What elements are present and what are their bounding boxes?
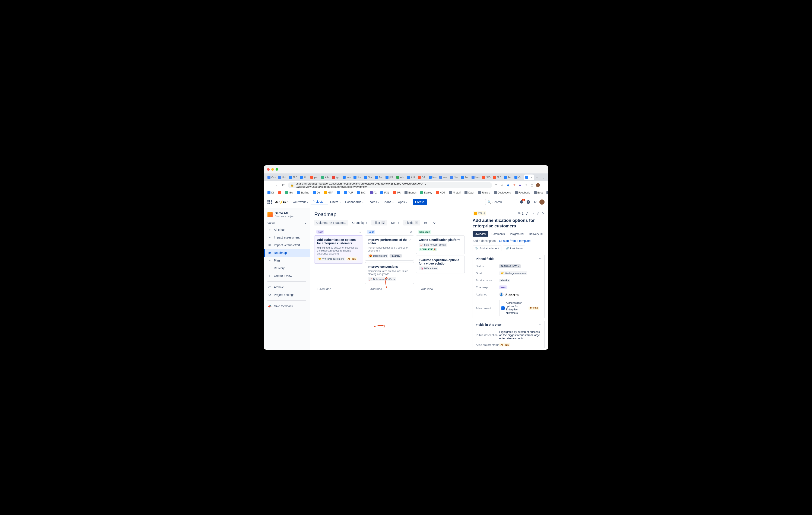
nav-item-filters[interactable]: Filters⌄ xyxy=(328,199,343,205)
browser-tab[interactable]: Jira xyxy=(459,175,469,180)
extensions-icon[interactable]: ✦ xyxy=(524,183,528,187)
bookmark[interactable]: Staffing xyxy=(295,190,310,195)
app-logo[interactable]: AC⚡DC xyxy=(275,200,287,204)
browser-tab[interactable]: Nev xyxy=(448,175,459,180)
bookmark[interactable]: P2 xyxy=(369,190,378,195)
expand-icon[interactable]: ⤢ xyxy=(409,238,411,241)
idea-card[interactable]: Add authentication options for enterpris… xyxy=(314,235,363,264)
field-roadmap[interactable]: Roadmap Now xyxy=(473,284,544,291)
project-settings-link[interactable]: ⚙ Project settings xyxy=(264,291,310,299)
bookmark[interactable]: Dir xyxy=(266,190,276,195)
fields-in-view-header[interactable]: Fields in this view ⌃ xyxy=(473,321,544,329)
refresh-icon[interactable]: ⟲ xyxy=(431,220,438,225)
atlas-project-box[interactable]: Authentication options for Enterprise cu… xyxy=(499,300,541,316)
search-input[interactable]: 🔍 Search xyxy=(485,199,517,205)
bookmark[interactable]: Beta xyxy=(532,190,544,195)
settings-icon[interactable]: ⚙ xyxy=(532,200,538,205)
sidebar-item-all-ideas[interactable]: ≡All Ideas xyxy=(264,226,310,234)
columns-selector[interactable]: Columns ⊙ Roadmap xyxy=(314,220,348,225)
bookmark[interactable]: Branch xyxy=(403,190,418,195)
browser-tab[interactable]: Nev xyxy=(470,175,480,180)
close-icon[interactable]: × xyxy=(531,176,532,179)
browser-tab[interactable]: JPD xyxy=(481,175,491,180)
sidebar-item-roadmap[interactable]: ▦Roadmap xyxy=(264,249,310,256)
bookmark[interactable]: PUF xyxy=(343,190,354,195)
link-issue-button[interactable]: 🔗 Link issue xyxy=(503,246,525,251)
add-idea-button[interactable]: + Add idea xyxy=(416,286,465,293)
browser-tab[interactable]: JPD xyxy=(491,175,502,180)
maximize-window-button[interactable] xyxy=(276,168,278,171)
browser-tab[interactable]: Rec xyxy=(502,175,512,180)
roadmap-tag[interactable]: Now xyxy=(499,285,507,289)
bookmark[interactable]: Dash xyxy=(463,190,475,195)
idea-card[interactable]: Improve conversions Conversion rates are… xyxy=(365,262,414,284)
status-lozenge[interactable]: PARKING LOT ⌄ xyxy=(499,264,521,268)
pinned-fields-header[interactable]: Pinned fields ⌃ xyxy=(473,255,544,263)
browser-tab[interactable]: Jira xyxy=(352,175,362,180)
detail-title[interactable]: Add authentication options for enterpris… xyxy=(473,218,545,229)
app-switcher-icon[interactable] xyxy=(267,200,272,204)
expand-icon[interactable]: ⤢ xyxy=(536,211,539,215)
filter-button[interactable]: Filter 1 xyxy=(371,220,387,225)
browser-tab[interactable]: JPD xyxy=(287,175,297,180)
goal-tag[interactable]: 🦄Differentiate xyxy=(419,267,438,270)
bookmark[interactable]: Rituals xyxy=(477,190,491,195)
forward-button[interactable]: → xyxy=(273,183,279,188)
browser-tab[interactable]: Unt xyxy=(277,175,287,180)
reload-button[interactable]: ⟳ xyxy=(281,183,286,188)
bookmark[interactable] xyxy=(277,190,283,195)
add-idea-button[interactable]: + Add idea xyxy=(314,286,363,293)
url-input[interactable]: 🔒 atlassian-product-managers.atlassian.n… xyxy=(288,182,492,188)
bookmark[interactable]: Feedback xyxy=(513,190,531,195)
goal-tag[interactable]: 📈Build network effects xyxy=(419,243,447,247)
browser-tab-active[interactable]: × xyxy=(524,175,534,180)
goal-tag[interactable]: 🤝Win large customers xyxy=(317,257,345,261)
nav-item-apps[interactable]: Apps⌄ xyxy=(397,199,409,205)
bookmark[interactable] xyxy=(336,190,341,195)
share-icon[interactable]: ⤴ xyxy=(526,212,528,215)
field-goal[interactable]: Goal 🤝Win large customers xyxy=(473,270,544,277)
add-view-icon[interactable]: + xyxy=(305,222,306,225)
sidebar-item-plan[interactable]: ≡Plan xyxy=(264,256,310,264)
browser-tab[interactable]: [qu xyxy=(330,175,341,180)
field-atlas-project[interactable]: Atlas project Authentication options for… xyxy=(473,298,544,318)
description-field[interactable]: Add a description... Or start from a tem… xyxy=(473,239,545,243)
create-view-button[interactable]: + Create a view xyxy=(264,272,310,280)
tab-history[interactable]: History xyxy=(546,231,548,237)
bookmark[interactable]: TAW xyxy=(545,190,548,195)
goal-tag[interactable]: 🤝Win large customers xyxy=(499,271,527,275)
new-tab-button[interactable]: + xyxy=(534,175,540,180)
browser-tab[interactable]: Off xyxy=(416,175,426,180)
watch-button[interactable]: 👁 1 xyxy=(517,212,524,215)
group-by-button[interactable]: Group by + xyxy=(350,220,370,225)
bookmark[interactable]: SAC xyxy=(355,190,367,195)
extension-icon[interactable]: ✚ xyxy=(512,183,516,187)
nav-item-dashboards[interactable]: Dashboards⌄ xyxy=(344,199,366,205)
extension-icon[interactable]: ◆ xyxy=(506,183,510,187)
nav-item-teams[interactable]: Teams⌄ xyxy=(366,199,381,205)
product-area-tag[interactable]: Identity xyxy=(499,279,510,282)
close-window-button[interactable] xyxy=(267,168,270,171)
browser-tab[interactable]: calc xyxy=(438,175,448,180)
browser-tab[interactable]: Add xyxy=(395,175,405,180)
browser-tab[interactable]: All I xyxy=(298,175,308,180)
browser-tab[interactable]: Cro xyxy=(513,175,523,180)
sort-button[interactable]: Sort + xyxy=(389,220,402,225)
template-link[interactable]: Or start from a template xyxy=(499,239,531,243)
add-attachment-button[interactable]: 📎 Add attachment xyxy=(473,246,501,251)
field-public-description[interactable]: Public description Highlighted by custom… xyxy=(473,329,544,341)
browser-tab[interactable]: Jira xyxy=(373,175,383,180)
browser-tab[interactable]: Hov xyxy=(341,175,351,180)
minimize-window-button[interactable] xyxy=(271,168,274,171)
tab-delivery[interactable]: Delivery1 xyxy=(527,231,545,237)
browser-tab[interactable]: Hov xyxy=(427,175,437,180)
tab-overview[interactable]: Overview xyxy=(473,231,488,237)
sidebar-item-impact-assessment[interactable]: ≡Impact assessment xyxy=(264,234,310,241)
browser-tab[interactable]: All I xyxy=(405,175,415,180)
create-button[interactable]: Create xyxy=(413,199,427,205)
layout-icon[interactable]: ▦ xyxy=(422,220,429,225)
idea-card[interactable]: Create a notification platform 📈Build ne… xyxy=(416,235,465,254)
star-icon[interactable]: ☆ xyxy=(500,183,504,187)
menu-icon[interactable]: ⋮ xyxy=(542,183,546,187)
browser-tab[interactable]: Ons xyxy=(266,175,276,180)
